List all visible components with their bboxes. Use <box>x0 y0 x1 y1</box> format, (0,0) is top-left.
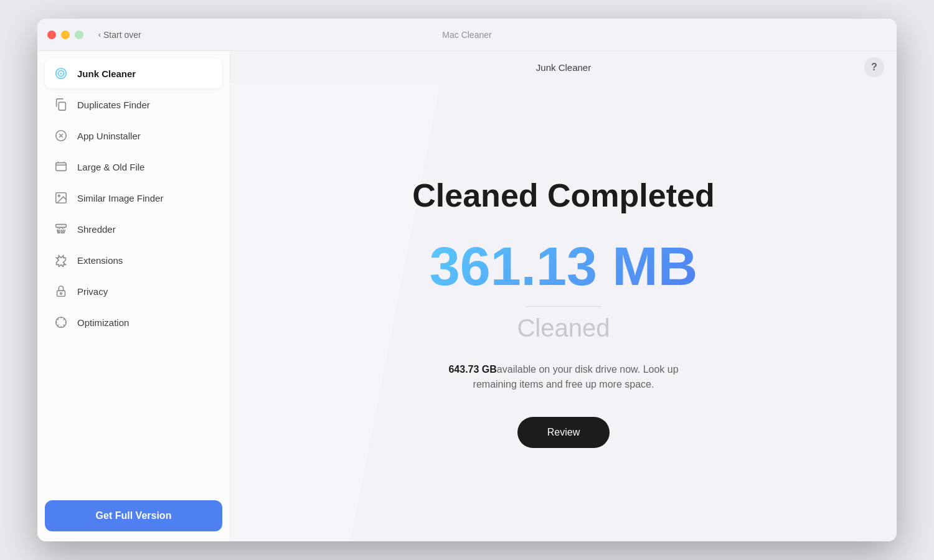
sidebar-item-extensions[interactable]: Extensions <box>45 245 222 275</box>
sidebar-item-duplicates-finder[interactable]: Duplicates Finder <box>45 90 222 119</box>
lock-icon <box>54 284 68 299</box>
sidebar-item-shredder[interactable]: Shredder <box>45 214 222 244</box>
file-icon <box>54 159 68 174</box>
sidebar-label-similar-image-finder: Similar Image Finder <box>77 193 163 203</box>
optimization-icon <box>54 315 68 330</box>
start-over-label: Start over <box>103 30 141 40</box>
title-bar: ‹ Start over Mac Cleaner <box>37 19 897 51</box>
sidebar-label-junk-cleaner: Junk Cleaner <box>77 68 136 79</box>
target-icon <box>54 66 68 81</box>
panel-header: Junk Cleaner ? <box>230 51 897 83</box>
sidebar-item-junk-cleaner[interactable]: Junk Cleaner <box>45 58 222 88</box>
sidebar-item-large-old-file[interactable]: Large & Old File <box>45 152 222 182</box>
disk-info-text: available on your disk drive now. Look u… <box>473 364 679 390</box>
disk-space-amount: 643.73 GB <box>448 364 496 375</box>
sidebar-item-privacy[interactable]: Privacy <box>45 276 222 306</box>
right-panel: Junk Cleaner ? Cleaned Completed 361.13 … <box>230 51 897 541</box>
sidebar-item-app-uninstaller[interactable]: App Uninstaller <box>45 121 222 151</box>
sidebar-label-large-old-file: Large & Old File <box>77 162 144 172</box>
sidebar-label-app-uninstaller: App Uninstaller <box>77 131 141 141</box>
circle-icon <box>54 128 68 143</box>
svg-rect-9 <box>57 291 65 296</box>
start-over-button[interactable]: ‹ Start over <box>98 30 141 40</box>
app-title: Mac Cleaner <box>442 30 491 40</box>
cleaned-amount: 361.13 MB <box>430 239 697 294</box>
svg-rect-8 <box>56 225 67 228</box>
panel-content: Cleaned Completed 361.13 MB Cleaned 643.… <box>230 83 897 541</box>
disk-info: 643.73 GBavailable on your disk drive no… <box>433 362 694 392</box>
get-full-version-button[interactable]: Get Full Version <box>45 500 222 531</box>
chevron-left-icon: ‹ <box>98 30 101 39</box>
extensions-icon <box>54 253 68 268</box>
cleaned-completed-title: Cleaned Completed <box>412 177 714 214</box>
svg-point-2 <box>60 73 62 75</box>
sidebar-item-similar-image-finder[interactable]: Similar Image Finder <box>45 183 222 213</box>
minimize-button[interactable] <box>61 30 70 39</box>
panel-title: Junk Cleaner <box>536 62 591 73</box>
sidebar-label-privacy: Privacy <box>77 286 108 297</box>
divider-line <box>526 306 601 307</box>
sidebar: Junk Cleaner Duplicates Finder <box>37 51 230 541</box>
image-icon <box>54 190 68 205</box>
sidebar-item-optimization[interactable]: Optimization <box>45 307 222 337</box>
svg-point-11 <box>56 317 67 328</box>
maximize-button[interactable] <box>75 30 83 39</box>
app-window: ‹ Start over Mac Cleaner Junk Cleane <box>37 19 897 541</box>
help-button[interactable]: ? <box>864 57 884 77</box>
main-content: Junk Cleaner Duplicates Finder <box>37 51 897 541</box>
sidebar-label-shredder: Shredder <box>77 224 116 235</box>
svg-point-7 <box>58 195 60 197</box>
svg-point-10 <box>60 292 62 294</box>
cleaned-label: Cleaned <box>517 314 610 342</box>
review-button[interactable]: Review <box>517 417 610 448</box>
sidebar-label-optimization: Optimization <box>77 317 129 328</box>
sidebar-label-duplicates-finder: Duplicates Finder <box>77 100 150 110</box>
close-button[interactable] <box>47 30 56 39</box>
sidebar-nav: Junk Cleaner Duplicates Finder <box>45 58 222 493</box>
svg-rect-3 <box>59 102 65 110</box>
traffic-lights <box>47 30 83 39</box>
copy-icon <box>54 97 68 112</box>
svg-rect-5 <box>56 163 67 171</box>
sidebar-label-extensions: Extensions <box>77 255 123 266</box>
shredder-icon <box>54 222 68 236</box>
